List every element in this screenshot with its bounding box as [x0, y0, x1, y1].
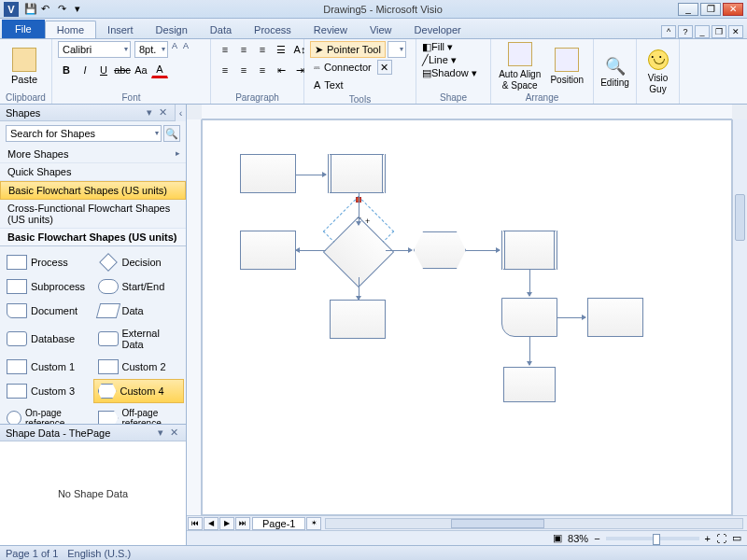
new-page-button[interactable]: ✶: [306, 517, 321, 530]
font-color-button[interactable]: A: [151, 62, 168, 78]
drawing-canvas[interactable]: ↖+: [202, 119, 732, 515]
pointer-tool-button[interactable]: ➤Pointer Tool: [310, 41, 386, 58]
align-right-icon[interactable]: ≡: [254, 62, 271, 78]
v-scroll-thumb[interactable]: [735, 194, 745, 241]
next-page-button[interactable]: ▶: [219, 517, 234, 530]
fit-page-icon[interactable]: ⛶: [716, 533, 726, 544]
search-icon[interactable]: 🔍: [163, 125, 180, 142]
auto-align-button[interactable]: Auto Align & Space: [497, 42, 543, 91]
quick-shapes-item[interactable]: Quick Shapes: [0, 163, 186, 181]
ruler-horizontal[interactable]: [202, 105, 732, 119]
status-language[interactable]: English (U.S.): [67, 548, 131, 559]
first-page-button[interactable]: ⏮: [188, 517, 203, 530]
pane-close-icon[interactable]: ✕: [156, 106, 169, 119]
shape-onpage-ref[interactable]: On-page reference: [2, 403, 93, 424]
shapedata-menu-icon[interactable]: ▾: [154, 427, 167, 439]
connector-6[interactable]: [359, 277, 359, 300]
ribbon-minimize-button[interactable]: ^: [661, 25, 676, 38]
connector-tool-button[interactable]: ⎓Connector: [310, 59, 375, 76]
text-tool-button[interactable]: AText: [310, 77, 347, 93]
zoom-level[interactable]: 83%: [568, 533, 588, 544]
page-tab-1[interactable]: Page-1: [252, 517, 305, 530]
vertical-scrollbar[interactable]: [732, 119, 747, 515]
undo-icon[interactable]: ↶: [41, 3, 54, 16]
quick-access-toolbar[interactable]: 💾 ↶ ↷ ▾: [24, 3, 88, 16]
node-process-4[interactable]: [501, 231, 557, 270]
connector-8[interactable]: [557, 317, 585, 318]
redo-icon[interactable]: ↷: [58, 3, 71, 16]
close-button[interactable]: ✕: [723, 3, 743, 16]
doc-close-button[interactable]: ✕: [728, 25, 743, 38]
ruler-vertical[interactable]: [187, 119, 202, 515]
tool-cancel-button[interactable]: ✕: [377, 60, 392, 75]
shrink-font-icon[interactable]: A: [183, 41, 192, 50]
node-process-5[interactable]: [330, 300, 386, 339]
grow-font-icon[interactable]: A: [172, 41, 181, 50]
strike-button[interactable]: abc: [114, 62, 131, 78]
connector-7[interactable]: [529, 270, 530, 296]
basic-flowchart-category[interactable]: Basic Flowchart Shapes (US units): [0, 181, 186, 200]
tab-review[interactable]: Review: [303, 21, 359, 38]
qat-more-icon[interactable]: ▾: [75, 3, 88, 16]
cross-functional-category[interactable]: Cross-Functional Flowchart Shapes (US un…: [0, 200, 186, 229]
node-process-6[interactable]: [587, 298, 643, 337]
restore-button[interactable]: ❐: [700, 3, 721, 16]
tab-file[interactable]: File: [2, 20, 45, 38]
editing-button[interactable]: 🔍Editing: [599, 56, 630, 88]
macro-record-icon[interactable]: ▣: [553, 532, 562, 544]
node-process-7[interactable]: [503, 367, 556, 402]
position-button[interactable]: Position: [546, 48, 587, 85]
fullscreen-icon[interactable]: ▭: [732, 532, 741, 544]
underline-button[interactable]: U: [95, 62, 112, 78]
shape-document[interactable]: Document: [2, 299, 93, 323]
tab-developer[interactable]: Developer: [403, 21, 472, 38]
tab-process[interactable]: Process: [243, 21, 303, 38]
doc-restore-button[interactable]: ❐: [712, 25, 726, 38]
collapse-panel-button[interactable]: ‹: [175, 105, 186, 121]
tab-insert[interactable]: Insert: [96, 21, 145, 38]
node-process-3[interactable]: [240, 231, 296, 270]
connector-5[interactable]: [466, 250, 500, 251]
paste-button[interactable]: Paste: [6, 48, 43, 85]
shape-offpage-ref[interactable]: Off-page reference: [93, 403, 185, 424]
shape-subprocess[interactable]: Subprocess: [2, 274, 93, 299]
shadow-button[interactable]: ▤Shadow ▾: [422, 67, 477, 79]
align-middle-icon[interactable]: ≡: [235, 41, 252, 58]
tab-view[interactable]: View: [359, 21, 403, 38]
connector-1[interactable]: [296, 175, 326, 175]
shape-external-data[interactable]: External Data: [93, 323, 185, 355]
bullets-icon[interactable]: ☰: [273, 41, 289, 58]
align-top-icon[interactable]: ≡: [217, 41, 233, 58]
node-process-2[interactable]: [328, 154, 386, 193]
minimize-button[interactable]: _: [678, 3, 698, 16]
shape-custom1[interactable]: Custom 1: [2, 355, 93, 379]
pane-menu-icon[interactable]: ▾: [143, 106, 156, 119]
font-family-combo[interactable]: Calibri: [58, 41, 131, 58]
node-document-1[interactable]: [501, 298, 557, 337]
line-button[interactable]: ╱Line ▾: [422, 54, 457, 66]
italic-button[interactable]: I: [77, 62, 93, 78]
tab-home[interactable]: Home: [45, 21, 96, 38]
zoom-in-button[interactable]: +: [705, 533, 711, 544]
connector-3[interactable]: [359, 193, 359, 225]
more-shapes-item[interactable]: More Shapes: [0, 146, 186, 163]
visio-guy-button[interactable]: Visio Guy: [642, 49, 673, 94]
fill-button[interactable]: ◧Fill ▾: [422, 41, 453, 53]
shape-custom3[interactable]: Custom 3: [2, 379, 93, 403]
tab-design[interactable]: Design: [145, 21, 199, 38]
font-size-combo[interactable]: 8pt.: [134, 41, 168, 58]
bold-button[interactable]: B: [58, 62, 75, 78]
shape-data[interactable]: Data: [93, 299, 185, 323]
shape-custom2[interactable]: Custom 2: [93, 355, 185, 379]
doc-minimize-button[interactable]: _: [695, 25, 710, 38]
align-center-icon[interactable]: ≡: [235, 62, 252, 78]
shape-database[interactable]: Database: [2, 323, 93, 355]
node-hex-1[interactable]: [414, 231, 466, 269]
shape-process[interactable]: Process: [2, 250, 93, 274]
connector-4[interactable]: [386, 250, 412, 251]
ribbon-help-button[interactable]: ?: [678, 25, 693, 38]
shape-startend[interactable]: Start/End: [93, 274, 185, 299]
zoom-out-button[interactable]: −: [594, 533, 599, 544]
shape-decision[interactable]: Decision: [93, 250, 185, 274]
last-page-button[interactable]: ⏭: [235, 517, 250, 530]
